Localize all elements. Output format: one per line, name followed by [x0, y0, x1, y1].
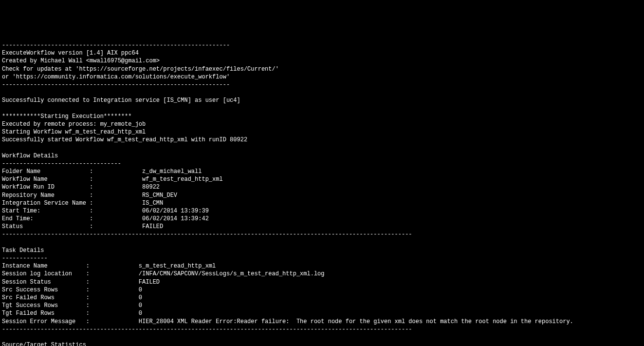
- starting-workflow-line: Starting Workflow wf_m_test_read_http_xm…: [2, 129, 146, 135]
- remote-process-line: Executed by remote process: my_remote_jo…: [2, 121, 146, 128]
- tgt-success-rows-row: Tgt Success Rows : 0: [2, 302, 142, 309]
- statistics-title: Source/Target Statistics: [2, 342, 86, 346]
- execution-banner: ***********Starting Execution********: [2, 113, 131, 120]
- separator: -------------: [2, 255, 48, 262]
- status-row: Status : FAILED: [2, 223, 163, 230]
- separator: ----------------------------------------…: [2, 81, 230, 88]
- src-success-rows-row: Src Success Rows : 0: [2, 287, 142, 293]
- separator: ----------------------------------------…: [2, 231, 412, 238]
- update-url-2: or 'https://community.informatica.com/so…: [2, 74, 230, 80]
- task-details-title: Task Details: [2, 247, 44, 254]
- author-line: Created by Michael Wall <mwall6975@gmail…: [2, 58, 160, 64]
- workflow-details-title: Workflow Details: [2, 153, 58, 159]
- separator: ----------------------------------: [2, 160, 121, 167]
- integration-service-row: Integration Service Name : IS_CMN: [2, 200, 163, 207]
- workflow-runid-row: Workflow Run ID : 80922: [2, 184, 160, 191]
- tgt-failed-rows-row: Tgt Failed Rows : 0: [2, 310, 142, 317]
- start-time-row: Start Time: : 06/02/2014 13:39:39: [2, 208, 209, 214]
- workflow-name-row: Workflow Name : wf_m_test_read_http_xml: [2, 176, 223, 183]
- connection-status: Successfully connected to Integration se…: [2, 97, 240, 104]
- app-version-line: ExecuteWorkflow version [1.4] AIX ppc64: [2, 50, 139, 57]
- instance-name-row: Instance Name : s_m_test_read_http_xml: [2, 263, 216, 269]
- update-url-1: Check for updates at 'https://sourceforg…: [2, 66, 279, 73]
- folder-name-row: Folder Name : z_dw_michael_wall: [2, 168, 202, 175]
- session-status-row: Session Status : FAILED: [2, 279, 160, 286]
- src-failed-rows-row: Src Failed Rows : 0: [2, 294, 142, 301]
- end-time-row: End Time: : 06/02/2014 13:39:42: [2, 215, 209, 222]
- started-workflow-line: Successfully started Workflow wf_m_test_…: [2, 136, 247, 143]
- separator: ----------------------------------------…: [2, 326, 412, 333]
- repository-name-row: Repository Name : RS_CMN_DEV: [2, 192, 177, 199]
- session-error-msg-row: Session Error Message : HIER_28004 XML R…: [2, 318, 573, 325]
- separator: ----------------------------------------…: [2, 42, 230, 49]
- terminal-output: ----------------------------------------…: [2, 34, 642, 346]
- session-log-location-row: Session log location : /INFA/CMN/SAPCONV…: [2, 270, 325, 277]
